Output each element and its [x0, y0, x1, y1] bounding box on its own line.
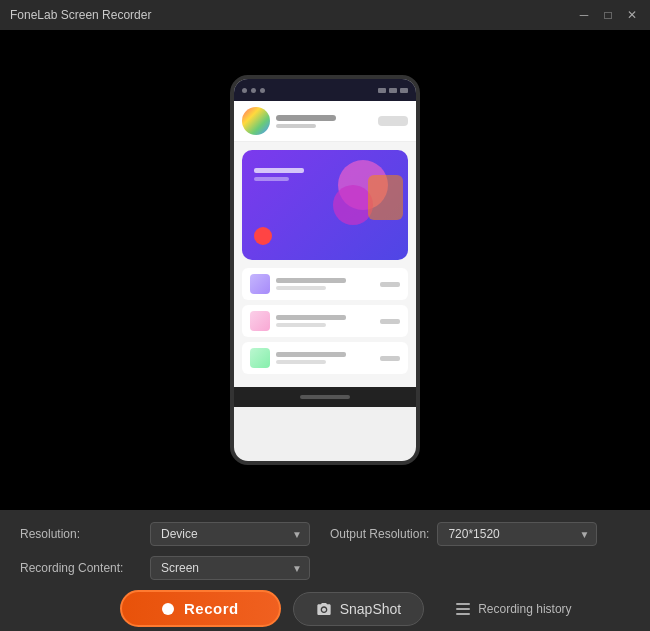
app-header-sub [276, 124, 316, 128]
status-dot [251, 88, 256, 93]
list-item-value [380, 319, 400, 324]
app-card [242, 150, 408, 260]
menu-line [456, 613, 470, 615]
resolution-label: Resolution: [20, 527, 150, 541]
resolution-select[interactable]: Device 480p 720p 1080p [150, 522, 310, 546]
app-content [234, 142, 416, 387]
history-label: Recording history [478, 602, 571, 616]
maximize-button[interactable]: □ [600, 7, 616, 23]
app-header-text [276, 115, 372, 128]
minimize-button[interactable]: ─ [576, 7, 592, 23]
card-badge [254, 227, 272, 245]
list-text-line2 [276, 286, 326, 290]
list-item-icon [250, 274, 270, 294]
list-item-text [276, 315, 374, 327]
resolution-row: Resolution: Device 480p 720p 1080p ▼ Out… [20, 522, 630, 546]
app-avatar [242, 107, 270, 135]
card-text-line2 [254, 177, 289, 181]
resolution-select-wrapper: Device 480p 720p 1080p ▼ [150, 522, 310, 546]
record-label: Record [184, 600, 239, 617]
snapshot-button[interactable]: SnapShot [293, 592, 425, 626]
list-text-line1 [276, 278, 346, 283]
battery-icon [400, 88, 408, 93]
app-header-button [378, 116, 408, 126]
recording-content-row: Recording Content: Screen Audio Screen &… [20, 556, 630, 580]
record-dot-icon [162, 603, 174, 615]
recording-content-select[interactable]: Screen Audio Screen & Audio [150, 556, 310, 580]
list-item-text [276, 278, 374, 290]
menu-line [456, 608, 470, 610]
list-item [242, 342, 408, 374]
title-bar: FoneLab Screen Recorder ─ □ ✕ [0, 0, 650, 30]
window-controls: ─ □ ✕ [576, 7, 640, 23]
preview-area [0, 30, 650, 510]
list-item-icon [250, 311, 270, 331]
record-button[interactable]: Record [120, 590, 281, 627]
signal-icon [378, 88, 386, 93]
output-resolution-select[interactable]: 720*1520 1080*2280 480*1080 [437, 522, 597, 546]
menu-line [456, 603, 470, 605]
app-title: FoneLab Screen Recorder [10, 8, 151, 22]
phone-mockup [230, 75, 420, 465]
home-indicator [300, 395, 350, 399]
phone-bottom-bar [234, 387, 416, 407]
control-panel: Resolution: Device 480p 720p 1080p ▼ Out… [0, 510, 650, 631]
history-button[interactable]: Recording history [456, 602, 571, 616]
card-circle2 [333, 185, 373, 225]
recording-content-select-wrapper: Screen Audio Screen & Audio ▼ [150, 556, 310, 580]
status-icons [378, 88, 408, 93]
card-rect [368, 175, 403, 220]
buttons-row: Record SnapShot Recording history [20, 590, 630, 627]
phone-status-bar [234, 79, 416, 101]
list-item-value [380, 356, 400, 361]
app-header-name [276, 115, 336, 121]
snapshot-label: SnapShot [340, 601, 402, 617]
list-text-line2 [276, 360, 326, 364]
list-text-line1 [276, 315, 346, 320]
wifi-icon [389, 88, 397, 93]
card-text-line1 [254, 168, 304, 173]
list-text-line2 [276, 323, 326, 327]
close-button[interactable]: ✕ [624, 7, 640, 23]
list-item [242, 268, 408, 300]
list-item [242, 305, 408, 337]
output-resolution-select-wrapper: 720*1520 1080*2280 480*1080 ▼ [437, 522, 597, 546]
status-dot [260, 88, 265, 93]
list-item-value [380, 282, 400, 287]
list-text-line1 [276, 352, 346, 357]
app-header [234, 101, 416, 142]
status-dot [242, 88, 247, 93]
menu-icon [456, 603, 470, 615]
list-item-icon [250, 348, 270, 368]
recording-content-label: Recording Content: [20, 561, 150, 575]
phone-screen [234, 79, 416, 461]
camera-icon [316, 601, 332, 617]
status-dots [242, 88, 265, 93]
output-resolution-label: Output Resolution: [330, 527, 429, 541]
list-item-text [276, 352, 374, 364]
